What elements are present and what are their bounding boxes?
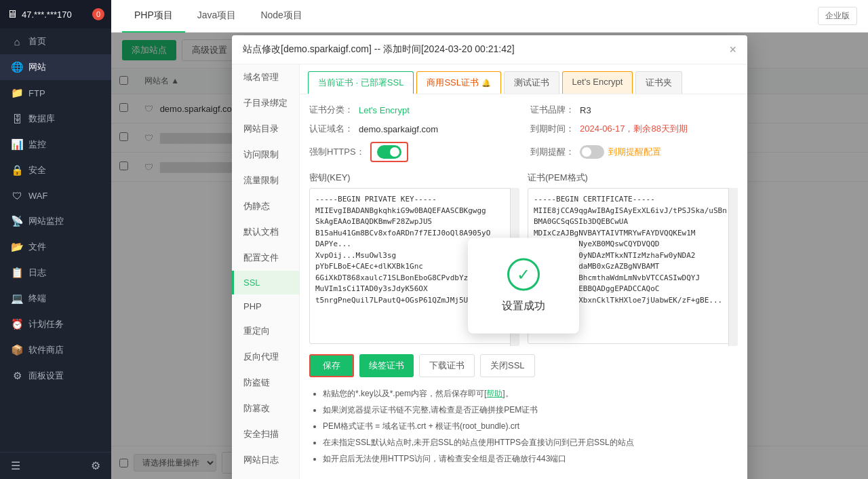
- sidenav-item-traffic[interactable]: 流量限制: [232, 168, 299, 193]
- sidenav-item-tamper[interactable]: 防篡改: [232, 396, 299, 421]
- cert-domain-label: 认证域名：: [309, 123, 353, 135]
- save-button[interactable]: 保存: [309, 354, 354, 377]
- sidenav-item-domain[interactable]: 域名管理: [232, 64, 299, 90]
- sidebar-item-label: 面板设置: [28, 370, 64, 382]
- ssl-tab-lets-encrypt[interactable]: Let's Encrypt: [562, 71, 633, 94]
- ssl-tab-cert-store[interactable]: 证书夹: [635, 71, 682, 94]
- sidenav-item-subdir[interactable]: 子目录绑定: [232, 90, 299, 116]
- pem-label: 证书(PEM格式): [528, 172, 738, 184]
- note-item: 如开启后无法使用HTTPS访问，请检查安全组是否正确放行443端口: [323, 451, 738, 467]
- home-icon: ⌂: [11, 36, 23, 47]
- cert-brand-row: 证书品牌： R3: [530, 104, 738, 116]
- sidebar-item-ftp[interactable]: 📁 FTP: [0, 80, 111, 106]
- sidenav-item-webdir[interactable]: 网站目录: [232, 116, 299, 142]
- cert-remind-label: 到期提醒：: [530, 146, 574, 158]
- cert-https-label: 强制HTTPS：: [309, 146, 365, 158]
- ssl-notes: 粘贴您的*.key以及*.pem内容，然后保存即可[帮助]。 如果浏览器提示证书…: [309, 385, 738, 467]
- notification-badge[interactable]: 0: [92, 8, 104, 20]
- sidenav-item-access[interactable]: 访问限制: [232, 142, 299, 168]
- server-icon: 🖥: [7, 8, 18, 20]
- sidebar-item-monitor[interactable]: 📊 监控: [0, 132, 111, 157]
- sidebar-item-site-monitor[interactable]: 📡 网站监控: [0, 208, 111, 234]
- ssl-modal: 站点修改[demo.sparkaigf.com] -- 添加时间[2024-03…: [232, 35, 747, 479]
- ssl-tab-commercial[interactable]: 商用SSL证书 🔔: [416, 71, 500, 94]
- sidebar-item-label: 日志: [28, 267, 46, 279]
- sidebar-item-panel-settings[interactable]: ⚙ 面板设置: [0, 363, 111, 389]
- sidebar-item-terminal[interactable]: 💻 终端: [0, 286, 111, 311]
- ssl-content: 证书分类： Let's Encrypt 证书品牌： R3 认证域名： demo.…: [300, 94, 747, 476]
- security-icon: 🔒: [11, 164, 23, 176]
- modal-body: 域名管理 子目录绑定 网站目录 访问限制 流量限制 伪静态 默认文档 配置文件 …: [232, 64, 747, 479]
- cert-type-value: Let's Encrypt: [359, 105, 410, 115]
- sidebar-item-website[interactable]: 🌐 网站: [0, 54, 111, 80]
- sidebar-item-waf[interactable]: 🛡 WAF: [0, 183, 111, 208]
- enterprise-btn[interactable]: 企业版: [818, 7, 857, 25]
- modal-title: 站点修改[demo.sparkaigf.com] -- 添加时间[2024-03…: [243, 43, 515, 56]
- sidenav-item-security-scan[interactable]: 安全扫描: [232, 421, 299, 447]
- modal-overlay: 站点修改[demo.sparkaigf.com] -- 添加时间[2024-03…: [111, 33, 868, 479]
- sidenav-item-reverse-proxy[interactable]: 反向代理: [232, 344, 299, 370]
- sidebar: 🖥 47.***.***170 0 ⌂ 首页 🌐 网站 📁 FTP 🗄 数据库 …: [0, 0, 111, 479]
- https-toggle-container: [370, 142, 408, 162]
- sidenav-item-site-log[interactable]: 网站日志: [232, 447, 299, 473]
- settings-icon[interactable]: ⚙: [91, 459, 100, 472]
- sidenav-item-ssl[interactable]: SSL: [232, 271, 299, 294]
- menu-icon[interactable]: ☰: [11, 459, 20, 472]
- modal-main: 当前证书 · 已部署SSL 商用SSL证书 🔔 测试证书 Let's Encry…: [300, 64, 747, 479]
- close-ssl-button[interactable]: 关闭SSL: [480, 354, 535, 377]
- sidebar-item-label: 计划任务: [28, 318, 64, 330]
- sidebar-item-label: 监控: [28, 138, 46, 151]
- sidebar-item-home[interactable]: ⌂ 首页: [0, 28, 111, 54]
- sidebar-item-files[interactable]: 📂 文件: [0, 234, 111, 260]
- waf-icon: 🛡: [11, 190, 23, 202]
- help-link[interactable]: 帮助: [486, 389, 502, 398]
- database-icon: 🗄: [11, 113, 23, 125]
- tab-java[interactable]: Java项目: [185, 0, 249, 33]
- modal-close-button[interactable]: ×: [729, 43, 736, 56]
- sidenav-item-default-doc[interactable]: 默认文档: [232, 219, 299, 245]
- sidebar-item-database[interactable]: 🗄 数据库: [0, 106, 111, 132]
- appstore-icon: 📦: [11, 344, 23, 356]
- tab-php[interactable]: PHP项目: [122, 0, 185, 33]
- terminal-icon: 💻: [11, 292, 23, 305]
- remind-toggle[interactable]: [580, 145, 604, 159]
- sidebar-item-label: WAF: [28, 191, 47, 201]
- success-icon: ✓: [507, 258, 540, 290]
- note-item: 如果浏览器提示证书链不完整,请检查是否正确拼接PEM证书: [323, 402, 738, 418]
- sidenav-item-config[interactable]: 配置文件: [232, 245, 299, 271]
- ssl-tab-current[interactable]: 当前证书 · 已部署SSL: [308, 71, 414, 94]
- cert-expire-label: 到期时间：: [530, 123, 574, 135]
- website-icon: 🌐: [11, 61, 23, 73]
- sidenav-item-static[interactable]: 伪静态: [232, 193, 299, 219]
- tab-node[interactable]: Node项目: [248, 0, 314, 33]
- https-toggle[interactable]: [377, 145, 401, 159]
- scheduled-icon: ⏰: [11, 318, 23, 330]
- sidebar-item-security[interactable]: 🔒 安全: [0, 157, 111, 183]
- pem-scrollbar[interactable]: [728, 188, 738, 346]
- note-item: PEM格式证书 = 域名证书.crt + 根证书(root_bundle).cr…: [323, 418, 738, 434]
- main-area: PHP项目 Java项目 Node项目 企业版 添加站点 高级设置 ▾ 漏洞扫描…: [111, 0, 868, 479]
- modal-header: 站点修改[demo.sparkaigf.com] -- 添加时间[2024-03…: [232, 35, 747, 64]
- monitor-icon: 📊: [11, 138, 23, 151]
- topnav: PHP项目 Java项目 Node项目 企业版: [111, 0, 868, 33]
- download-button[interactable]: 下载证书: [419, 354, 475, 377]
- sidebar-bottom: ☰ ⚙: [0, 452, 111, 479]
- files-icon: 📂: [11, 241, 23, 253]
- sidenav-item-hotlink[interactable]: 防盗链: [232, 370, 299, 396]
- remind-config-link[interactable]: 到期提醒配置: [608, 146, 661, 158]
- logs-icon: 📋: [11, 267, 23, 279]
- cert-remind-row: 到期提醒： 到期提醒配置: [530, 142, 738, 162]
- sidebar-item-label: 数据库: [28, 113, 55, 125]
- cert-domain-value: demo.sparkaigf.com: [359, 124, 438, 134]
- sidebar-item-scheduled[interactable]: ⏰ 计划任务: [0, 311, 111, 337]
- renew-button[interactable]: 续签证书: [359, 354, 414, 377]
- sidenav-item-site-alert[interactable]: 网站告警: [232, 473, 299, 479]
- sidebar-item-appstore[interactable]: 📦 软件商店: [0, 337, 111, 363]
- sidenav-item-php[interactable]: PHP: [232, 294, 299, 318]
- cert-info-grid: 证书分类： Let's Encrypt 证书品牌： R3 认证域名： demo.…: [309, 104, 738, 162]
- sidebar-item-logs[interactable]: 📋 日志: [0, 260, 111, 286]
- ssl-tab-test[interactable]: 测试证书: [504, 71, 559, 94]
- cert-type-row: 证书分类： Let's Encrypt: [309, 104, 517, 116]
- sidebar-item-label: 软件商店: [28, 344, 64, 356]
- sidenav-item-redirect[interactable]: 重定向: [232, 318, 299, 344]
